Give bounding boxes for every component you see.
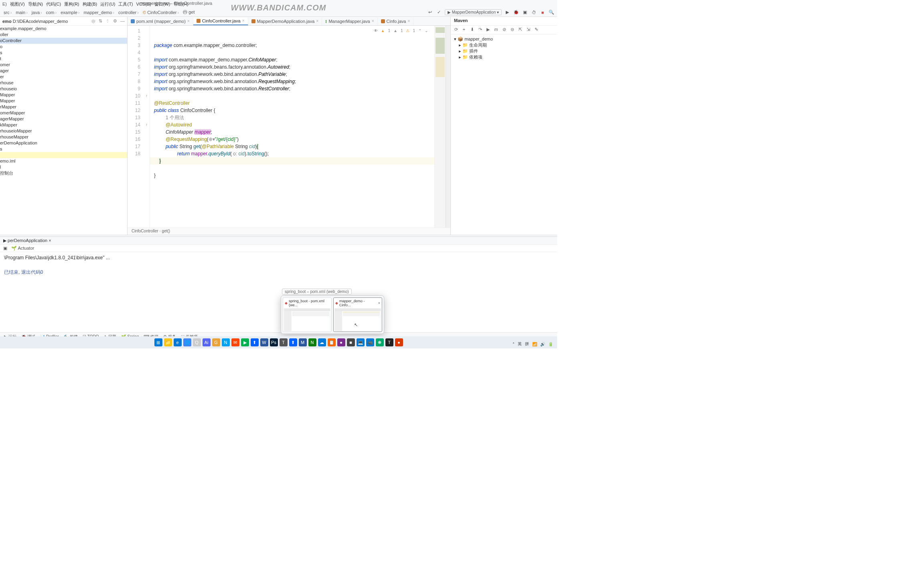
taskbar-app[interactable]: ⊞ xyxy=(154,338,162,346)
taskbar-app[interactable]: ● xyxy=(337,338,345,346)
toggle-icon[interactable]: ⊘ xyxy=(501,27,507,33)
tree-item[interactable]: emo.iml xyxy=(0,158,127,164)
menu-navigate[interactable]: 导航(N) xyxy=(28,1,43,7)
crumb-java[interactable]: java xyxy=(30,10,44,15)
tree-item[interactable]: s xyxy=(0,146,127,152)
taskbar-app[interactable]: N xyxy=(308,338,316,346)
close-tab-icon[interactable]: × xyxy=(372,19,374,23)
taskbar-app[interactable]: ❋ xyxy=(376,338,384,346)
gear-icon[interactable]: ⚙ xyxy=(113,18,117,24)
ime-method[interactable]: 拼 xyxy=(525,341,529,347)
preview-window-2[interactable]: ◆mapper_demo - Cinfo...× ↖ xyxy=(333,297,382,332)
crumb-example[interactable]: example xyxy=(59,10,81,15)
project-tree[interactable]: example.mapper_demoolleroControllerostom… xyxy=(0,26,127,176)
expand-icon[interactable]: ⇲ xyxy=(525,27,531,33)
close-tab-icon[interactable]: × xyxy=(242,18,245,23)
back-icon[interactable]: ↩ xyxy=(427,9,434,16)
target-icon[interactable]: ◎ xyxy=(91,18,95,24)
tree-item[interactable]: agerMapper xyxy=(0,116,127,122)
reader-icon[interactable]: 👁 xyxy=(374,27,378,35)
tree-item[interactable]: omer xyxy=(0,62,127,68)
collapse-all-icon[interactable]: ⇱ xyxy=(517,27,523,33)
editor-tab[interactable]: pom.xml (mapper_demo)× xyxy=(128,18,193,25)
ime-lang[interactable]: 英 xyxy=(518,341,522,347)
run-maven-icon[interactable]: ▶ xyxy=(485,27,491,33)
sync-icon[interactable]: ✓ xyxy=(436,9,442,16)
reload-icon[interactable]: ⟳ xyxy=(453,27,459,33)
taskbar-app[interactable]: 📹 xyxy=(366,338,374,346)
taskbar-app[interactable]: ▶ xyxy=(241,338,249,346)
coverage-button[interactable]: ▣ xyxy=(522,9,528,16)
preview-window-1[interactable]: ◆spring_boot - pom.xml (we... xyxy=(283,297,332,332)
crumb-pkg[interactable]: mapper_demo xyxy=(82,10,116,15)
menu-run[interactable]: 运行(U) xyxy=(100,1,115,7)
taskbar-app[interactable]: M xyxy=(299,338,307,346)
endpoint-marker[interactable]: ↑ xyxy=(144,121,150,128)
crumb-class[interactable]: © CinfoController xyxy=(142,10,181,15)
crumb-src[interactable]: src xyxy=(2,10,14,15)
close-tab-icon[interactable]: × xyxy=(407,19,410,23)
debug-button[interactable]: 🐞 xyxy=(513,9,519,16)
tree-item[interactable]: kMapper xyxy=(0,122,127,128)
tree-item[interactable]: example.mapper_demo xyxy=(0,26,127,32)
tree-item[interactable]: t xyxy=(0,56,127,62)
override-marker[interactable]: ↑ xyxy=(144,92,150,100)
code-editor[interactable]: 👁 ▲1 ▲1 ⚠1 ⌃⌄ package com.example.mapper… xyxy=(150,26,434,228)
tree-item[interactable]: rhouseioMapper xyxy=(0,128,127,134)
wifi-icon[interactable]: 📶 xyxy=(532,342,537,346)
taskbar-app[interactable]: Q xyxy=(193,338,201,346)
tree-item[interactable]: Mapper xyxy=(0,92,127,98)
settings-icon[interactable]: ✎ xyxy=(533,27,539,33)
editor-tab[interactable]: Cinfo.java× xyxy=(378,18,414,25)
offline-icon[interactable]: ⊝ xyxy=(509,27,515,33)
sort-icon[interactable]: ⇅ xyxy=(99,18,102,24)
tree-item[interactable]: o xyxy=(0,44,127,50)
editor-tab[interactable]: IManagerMapper.java× xyxy=(322,18,377,25)
editor-tab[interactable]: MapperDemoApplication.java× xyxy=(248,18,322,25)
taskbar-app[interactable]: ● xyxy=(395,338,403,346)
collapse-icon[interactable]: — xyxy=(120,18,125,24)
taskbar-app[interactable]: T xyxy=(385,338,393,346)
stop-button[interactable]: ■ xyxy=(539,9,546,16)
tree-item[interactable]: erDemoApplication xyxy=(0,140,127,146)
taskbar-app[interactable]: W xyxy=(260,338,268,346)
tray-expand-icon[interactable]: ˄ xyxy=(513,342,515,346)
crumb-method[interactable]: ⓜ get xyxy=(182,9,196,15)
download-icon[interactable]: ⬇ xyxy=(469,27,475,33)
skip-icon[interactable]: ↷ xyxy=(477,27,483,33)
taskbar-app[interactable]: ■ xyxy=(347,338,355,346)
console-tab[interactable]: ▣ xyxy=(3,246,7,251)
tree-item[interactable]: oController xyxy=(0,38,127,44)
tree-item[interactable]: rhouseMapper xyxy=(0,134,127,140)
taskbar-app[interactable]: ⬆ xyxy=(289,338,297,346)
crumb-controller[interactable]: controller xyxy=(117,10,141,15)
taskbar-app[interactable]: 📁 xyxy=(164,338,172,346)
taskbar-app[interactable]: 💻 xyxy=(357,338,365,346)
menu-code[interactable]: 代码(C) xyxy=(46,1,61,7)
actuator-tab[interactable]: 🌱 Actuator xyxy=(11,246,34,251)
editor-tab[interactable]: CinfoController.java× xyxy=(193,17,248,25)
close-icon[interactable]: × xyxy=(378,301,380,305)
tree-item[interactable]: s xyxy=(0,50,127,56)
menu-refactor[interactable]: 重构(R) xyxy=(64,1,79,7)
project-root[interactable]: emo D:\IDEAcode\mapper_demo xyxy=(2,19,68,24)
tree-item[interactable]: rhouse xyxy=(0,80,127,86)
run-config-tab[interactable]: ▶ perDemoApplication × xyxy=(0,237,55,244)
run-button[interactable]: ▶ xyxy=(504,9,511,16)
run-config-dropdown[interactable]: ▶ MapperDemoApplication ▾ xyxy=(445,9,502,15)
console-output[interactable]: \Program Files\Java\jdk1.8.0_241\bin\jav… xyxy=(0,252,557,332)
editor-scrollbar[interactable] xyxy=(446,26,450,228)
menu-view[interactable]: 视图(V) xyxy=(10,1,25,7)
inspection-widget[interactable]: 👁 ▲1 ▲1 ⚠1 ⌃⌄ xyxy=(374,27,428,35)
tree-item[interactable]: ager xyxy=(0,68,127,74)
tree-item[interactable]: rMapper xyxy=(0,104,127,110)
search-icon[interactable]: 🔍 xyxy=(548,9,555,16)
taskbar-app[interactable]: T xyxy=(280,338,288,346)
close-tab-icon[interactable]: × xyxy=(316,19,318,23)
taskbar-app[interactable]: ⬆ xyxy=(251,338,259,346)
tree-item[interactable]: Mapper xyxy=(0,98,127,104)
tree-item[interactable] xyxy=(0,152,127,158)
taskbar-app[interactable]: ☁ xyxy=(318,338,326,346)
crumb-com[interactable]: com xyxy=(45,10,59,15)
close-tab-icon[interactable]: × xyxy=(187,19,190,23)
